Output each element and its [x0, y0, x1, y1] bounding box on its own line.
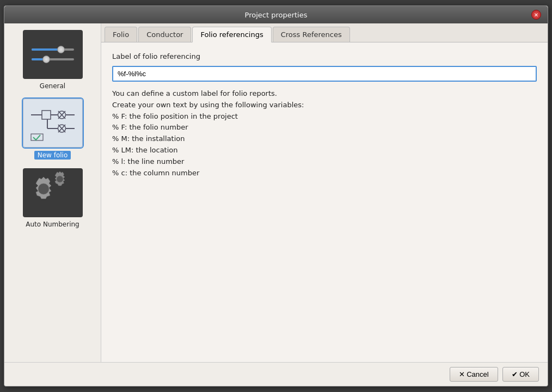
svg-rect-1 — [42, 111, 51, 119]
ok-button[interactable]: ✔ OK — [502, 367, 539, 382]
tab-folio-referencings[interactable]: Folio referencings — [192, 27, 271, 42]
help-line-4: % F: the folio number — [112, 122, 537, 133]
sidebar-general-label: General — [40, 82, 65, 90]
title-bar: Project properties ✕ — [4, 6, 548, 23]
sidebar: General — [4, 23, 101, 362]
tab-bar: Folio Conductor Folio referencings Cross… — [101, 23, 548, 42]
sidebar-new-folio-label: New folio — [34, 151, 71, 160]
dialog-body: General — [4, 23, 548, 362]
svg-point-15 — [57, 176, 63, 182]
help-text: You can define a custom label for folio … — [112, 88, 537, 179]
label-input[interactable] — [112, 66, 537, 82]
general-icon — [23, 30, 83, 79]
section-label: Label of folio referencing — [112, 52, 537, 60]
dialog-title: Project properties — [21, 11, 531, 19]
sidebar-item-auto-numbering[interactable]: Auto Numbering — [9, 168, 96, 228]
close-button[interactable]: ✕ — [531, 10, 541, 20]
help-line-1: You can define a custom label for folio … — [112, 88, 537, 100]
new-folio-icon — [23, 99, 83, 148]
help-line-7: % l: the line number — [112, 156, 537, 168]
help-line-5: % M: the installation — [112, 133, 537, 145]
help-line-2: Create your own text by using the follow… — [112, 100, 537, 111]
cancel-button[interactable]: ✕ Cancel — [450, 367, 498, 382]
sidebar-item-new-folio[interactable]: New folio — [9, 99, 96, 160]
svg-point-14 — [38, 183, 49, 194]
tab-conductor[interactable]: Conductor — [138, 27, 191, 42]
project-properties-dialog: Project properties ✕ — [4, 5, 548, 387]
dialog-footer: ✕ Cancel ✔ OK — [4, 362, 548, 386]
auto-numbering-icon — [23, 168, 83, 217]
tab-folio[interactable]: Folio — [105, 27, 137, 42]
tab-cross-references[interactable]: Cross References — [273, 27, 350, 42]
help-line-6: % LM: the location — [112, 145, 537, 156]
help-line-8: % c: the column number — [112, 168, 537, 179]
sidebar-item-general[interactable]: General — [9, 30, 96, 90]
tab-content-folio-referencings: Label of folio referencing You can defin… — [101, 42, 548, 362]
sidebar-auto-numbering-label: Auto Numbering — [26, 220, 79, 228]
main-content: Folio Conductor Folio referencings Cross… — [101, 23, 548, 362]
help-line-3: % F: the folio position in the project — [112, 111, 537, 122]
